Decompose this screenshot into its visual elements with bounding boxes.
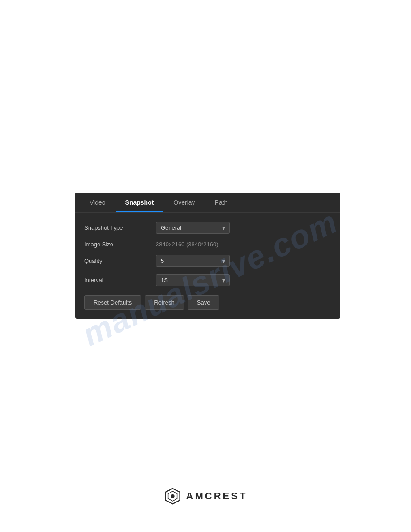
quality-select[interactable]: 1 2 3 4 5 6 — [156, 255, 230, 267]
button-row: Reset Defaults Refresh Save — [84, 295, 331, 310]
image-size-row: Image Size 3840x2160 (3840*2160) — [84, 241, 331, 248]
quality-label: Quality — [84, 257, 156, 264]
image-size-label: Image Size — [84, 241, 156, 248]
tab-snapshot[interactable]: Snapshot — [116, 193, 164, 212]
snapshot-type-select[interactable]: General Event — [156, 222, 230, 234]
quality-row: Quality 1 2 3 4 5 6 — [84, 255, 331, 267]
tab-bar: Video Snapshot Overlay Path — [75, 193, 340, 213]
interval-select-wrapper[interactable]: 1S 2S 3S 4S 5S — [156, 274, 230, 286]
svg-point-2 — [171, 494, 175, 498]
interval-row: Interval 1S 2S 3S 4S 5S — [84, 274, 331, 286]
tab-overlay[interactable]: Overlay — [163, 193, 205, 212]
amcrest-logo-icon — [164, 487, 182, 505]
snapshot-type-row: Snapshot Type General Event — [84, 222, 331, 234]
amcrest-logo-text: AMCREST — [186, 490, 248, 502]
snapshot-type-label: Snapshot Type — [84, 224, 156, 231]
form-content: Snapshot Type General Event Image Size 3… — [75, 213, 340, 319]
image-size-value: 3840x2160 (3840*2160) — [156, 241, 218, 248]
tab-path[interactable]: Path — [205, 193, 238, 212]
snapshot-type-select-wrapper[interactable]: General Event — [156, 222, 230, 234]
save-button[interactable]: Save — [188, 295, 220, 310]
logo-container: AMCREST — [164, 487, 248, 505]
interval-label: Interval — [84, 277, 156, 283]
quality-select-wrapper[interactable]: 1 2 3 4 5 6 — [156, 255, 230, 267]
refresh-button[interactable]: Refresh — [145, 295, 184, 310]
interval-select[interactable]: 1S 2S 3S 4S 5S — [156, 274, 230, 286]
settings-panel: Video Snapshot Overlay Path Snapshot Typ… — [75, 193, 340, 319]
reset-defaults-button[interactable]: Reset Defaults — [84, 295, 141, 310]
tab-video[interactable]: Video — [80, 193, 116, 212]
